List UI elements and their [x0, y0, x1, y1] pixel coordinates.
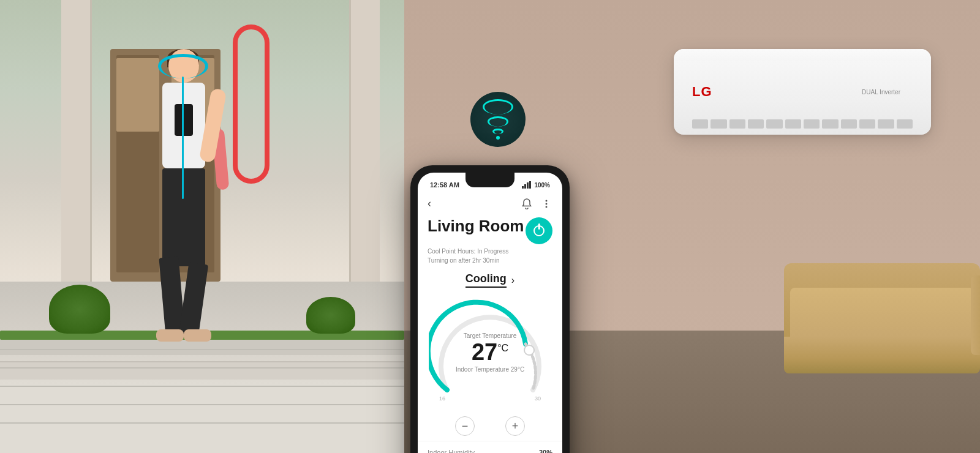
svg-text:30: 30	[535, 395, 541, 402]
signal-icon	[522, 181, 532, 189]
notification-icon[interactable]	[521, 198, 533, 210]
person-pants	[162, 168, 205, 266]
person-body	[147, 49, 221, 355]
indoor-temp: Indoor Temperature 29°C	[456, 366, 524, 373]
outdoor-scene	[0, 0, 404, 453]
nav-icons	[521, 198, 552, 210]
svg-rect-2	[527, 182, 529, 189]
pillar-left	[61, 0, 92, 306]
person-shoe-left	[156, 329, 184, 342]
phone-screen: 12:58 AM 100% ‹	[418, 173, 562, 453]
ac-model: DUAL Inverter	[862, 89, 900, 95]
humidity-label: Indoor Humidity	[428, 449, 475, 453]
room-title: Living Room	[428, 217, 524, 235]
phone-container: 12:58 AM 100% ‹	[410, 165, 570, 453]
status-time: 12:58 AM	[430, 181, 459, 189]
mode-arrow: ›	[511, 275, 514, 286]
temperature-dial: 16 30 Target Temperature 27°C Indoor Tem…	[429, 295, 551, 411]
room-info: Living Room	[428, 217, 524, 235]
ac-vents	[692, 119, 913, 129]
plant-right	[306, 297, 355, 334]
person-shoe-right	[184, 329, 211, 342]
humidity-row: Indoor Humidity 30%	[428, 445, 552, 453]
sofa	[784, 263, 980, 373]
svg-rect-3	[529, 181, 531, 189]
pillar-right	[349, 0, 380, 306]
phone-notch	[466, 173, 514, 187]
svg-rect-1	[524, 184, 526, 189]
svg-point-4	[546, 200, 548, 201]
mode-selector[interactable]: Cooling ›	[418, 268, 562, 293]
sensor-info: Indoor Humidity 30% Overall Air Quality …	[418, 441, 562, 453]
phone-device: 12:58 AM 100% ‹	[410, 165, 570, 453]
status-line2: Turning on after 2hr 30min	[428, 256, 552, 265]
temp-increase-button[interactable]: +	[505, 416, 525, 436]
status-line1: Cool Point Hours: In Progress	[428, 247, 552, 256]
person	[123, 49, 245, 355]
sofa-back	[784, 263, 980, 337]
person-phone-prop	[175, 104, 193, 136]
status-text: Cool Point Hours: In Progress Turning on…	[418, 247, 562, 268]
back-button[interactable]: ‹	[428, 197, 431, 210]
more-icon[interactable]	[540, 198, 552, 210]
person-headphones	[158, 54, 208, 78]
phone-header: Living Room	[418, 212, 562, 247]
ac-logo: LG	[692, 84, 712, 100]
plant-left	[49, 285, 110, 334]
mode-label: Cooling	[466, 272, 507, 288]
sofa-seat	[784, 337, 980, 373]
battery-percent: 100%	[534, 182, 550, 189]
wifi-icon	[483, 99, 513, 140]
power-icon	[533, 225, 545, 236]
phone-nav: ‹	[418, 193, 562, 212]
power-button[interactable]	[526, 217, 552, 244]
temp-controls: − +	[418, 414, 562, 441]
svg-text:16: 16	[439, 395, 445, 402]
temp-value: 27°C	[456, 340, 524, 364]
humidity-value: 30%	[539, 449, 552, 453]
temp-unit: °C	[497, 343, 508, 353]
wifi-bubble	[470, 92, 526, 147]
temp-decrease-button[interactable]: −	[455, 416, 475, 436]
svg-point-6	[546, 206, 548, 208]
sofa-arm	[971, 275, 980, 355]
main-scene: LG DUAL Inverter	[0, 0, 980, 453]
status-right: 100%	[522, 181, 550, 189]
headphone-cable	[182, 77, 184, 199]
ac-unit: LG DUAL Inverter	[674, 49, 931, 135]
temp-label: Target Temperature	[456, 332, 524, 339]
person-leg-right	[179, 262, 208, 337]
svg-point-5	[546, 203, 548, 204]
svg-point-7	[524, 345, 534, 355]
svg-rect-0	[522, 186, 524, 189]
temperature-info: Target Temperature 27°C Indoor Temperatu…	[456, 332, 524, 373]
